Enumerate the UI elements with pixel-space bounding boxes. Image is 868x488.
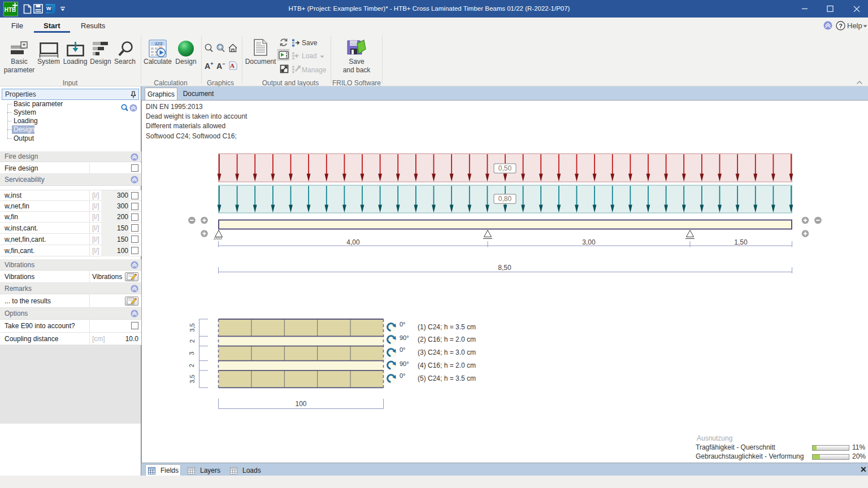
svg-text:3: 3 bbox=[189, 352, 196, 355]
svg-text:(2) C16; h = 2.0 cm: (2) C16; h = 2.0 cm bbox=[418, 336, 476, 343]
svg-text:100: 100 bbox=[295, 400, 306, 408]
svg-text:(1) C24; h = 3.5 cm: (1) C24; h = 3.5 cm bbox=[418, 323, 476, 331]
svg-text:?: ? bbox=[839, 23, 843, 29]
svg-text:(3) C24; h = 3.0 cm: (3) C24; h = 3.0 cm bbox=[418, 348, 476, 356]
svg-text:0,50: 0,50 bbox=[498, 164, 512, 172]
svg-text:3,5: 3,5 bbox=[189, 323, 196, 332]
svg-text:3,00: 3,00 bbox=[582, 238, 596, 246]
svg-text:(4) C16; h = 2.0 cm: (4) C16; h = 2.0 cm bbox=[418, 361, 476, 369]
svg-text:90°: 90° bbox=[400, 334, 409, 341]
svg-text:0°: 0° bbox=[400, 346, 406, 353]
svg-text:A: A bbox=[230, 62, 235, 69]
svg-text:3,5: 3,5 bbox=[189, 374, 196, 383]
svg-text:0°: 0° bbox=[400, 372, 406, 379]
svg-text:2: 2 bbox=[189, 364, 196, 367]
svg-text:90°: 90° bbox=[400, 360, 409, 367]
svg-text:(5) C24; h = 3.5 cm: (5) C24; h = 3.5 cm bbox=[418, 374, 476, 382]
svg-text:8,50: 8,50 bbox=[498, 264, 511, 272]
svg-text:2: 2 bbox=[189, 339, 196, 343]
svg-text:4,00: 4,00 bbox=[346, 238, 360, 246]
svg-text:0,80: 0,80 bbox=[498, 195, 512, 203]
svg-text:0°: 0° bbox=[400, 321, 406, 328]
svg-text:1,50: 1,50 bbox=[734, 238, 748, 246]
